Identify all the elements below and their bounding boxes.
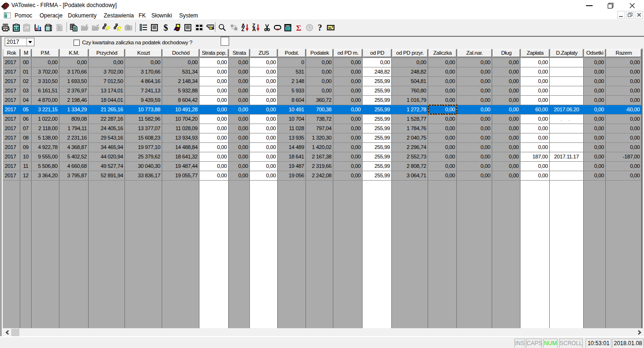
svg-text:Σ: Σ xyxy=(296,24,301,32)
svg-text:Z: Z xyxy=(241,26,245,32)
svg-text:$: $ xyxy=(164,24,168,32)
svg-text:A: A xyxy=(252,26,256,32)
svg-text:12: 12 xyxy=(14,25,19,31)
svg-text:?: ? xyxy=(318,24,322,32)
